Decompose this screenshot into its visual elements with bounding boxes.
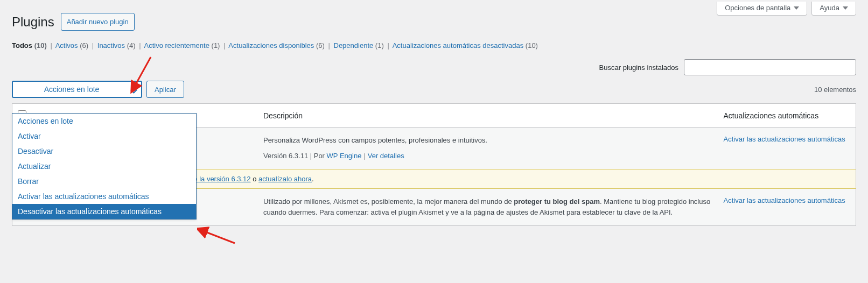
help-tab[interactable]: Ayuda — [811, 2, 856, 16]
screen-options-tab[interactable]: Opciones de pantalla — [717, 2, 807, 16]
bulk-option[interactable]: Borrar — [12, 174, 196, 189]
bulk-actions-dropdown[interactable]: Acciones en lote Activar Desactivar Actu… — [12, 113, 197, 220]
plugin-description: Personaliza WordPress con campos potente… — [263, 136, 487, 144]
help-label: Ayuda — [820, 4, 839, 12]
update-notice-suffix: . — [312, 175, 314, 183]
items-count: 10 elementos — [814, 86, 856, 94]
search-input[interactable] — [684, 59, 856, 75]
plugin-filters: Todos (10) | Activos (6) | Inactivos (4)… — [12, 41, 856, 49]
chevron-down-icon — [843, 6, 848, 10]
bulk-actions-select[interactable]: Acciones en lote — [12, 81, 142, 98]
bulk-option[interactable]: Desactivar — [12, 144, 196, 159]
svg-line-1 — [201, 230, 235, 243]
filter-recently-active[interactable]: Activo recientemente (1) — [144, 41, 220, 49]
page-title: Plugins — [12, 15, 54, 30]
filter-inactive[interactable]: Inactivos (4) — [97, 41, 136, 49]
apply-button[interactable]: Aplicar — [146, 81, 184, 98]
enable-auto-updates-link[interactable]: Activar las actualizaciones automáticas — [724, 196, 845, 204]
column-auto-updates[interactable]: Actualizaciones automáticas — [718, 104, 856, 128]
bulk-option[interactable]: Activar — [12, 129, 196, 144]
plugin-author-link[interactable]: WP Engine — [327, 152, 362, 160]
bulk-option[interactable]: Acciones en lote — [12, 114, 196, 129]
column-description[interactable]: Descripción — [258, 104, 718, 128]
bulk-option[interactable]: Activar las actualizaciones automáticas — [12, 189, 196, 204]
screen-options-label: Opciones de pantalla — [725, 4, 790, 12]
bulk-option[interactable]: Actualizar — [12, 159, 196, 174]
bulk-option-highlighted[interactable]: Desactivar las actualizaciones automátic… — [12, 204, 196, 219]
plugin-details-link[interactable]: Ver detalles — [368, 152, 404, 160]
plugin-description: Utilizado por millones, Akismet es, posi… — [263, 197, 710, 216]
search-label: Buscar plugins instalados — [599, 63, 678, 72]
filter-auto-updates-disabled[interactable]: Actualizaciones automáticas desactivadas… — [393, 41, 538, 49]
annotation-arrow-icon — [197, 225, 240, 247]
enable-auto-updates-link[interactable]: Activar las actualizaciones automáticas — [724, 135, 845, 143]
filter-active[interactable]: Activos (6) — [55, 41, 88, 49]
plugin-meta-prefix: Versión 6.3.11 | Por — [263, 152, 327, 160]
update-now-link[interactable]: actualízalo ahora — [258, 175, 312, 183]
filter-dependent[interactable]: Dependiente (1) — [334, 41, 384, 49]
update-notice-middle: o — [251, 175, 258, 183]
filter-all[interactable]: Todos (10) — [12, 41, 47, 49]
add-new-plugin-button[interactable]: Añadir nuevo plugin — [61, 13, 135, 31]
chevron-down-icon — [794, 6, 799, 10]
filter-updates-available[interactable]: Actualizaciones disponibles (6) — [228, 41, 325, 49]
